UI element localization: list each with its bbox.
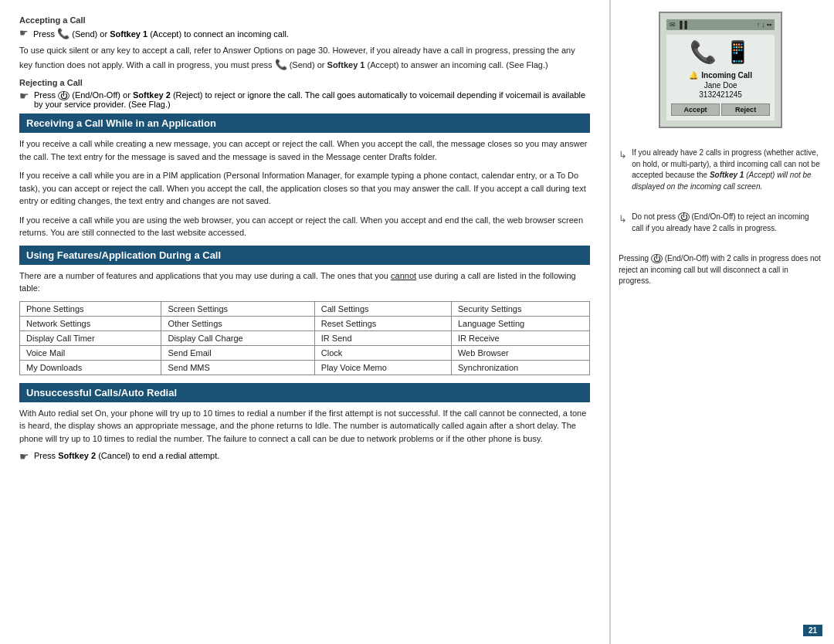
page-number: 21 bbox=[803, 625, 822, 636]
table-cell: Phone Settings bbox=[20, 301, 161, 316]
sidebar-note-3: Pressing ⏻ (End/On-Off) with 2 calls in … bbox=[619, 253, 822, 287]
signal-icon: ▐▐ bbox=[677, 21, 687, 29]
battery-icon: ▪▪ bbox=[767, 21, 771, 29]
section2-para: There are a number of features and appli… bbox=[19, 269, 590, 295]
bullet-icon-3: ☛ bbox=[19, 450, 29, 463]
section3-para1: With Auto redial set On, your phone will… bbox=[19, 407, 590, 446]
handset-right-icon: 📱 bbox=[724, 39, 751, 65]
phone-status-bar: ✉ ▐▐ ↑ ↓ ▪▪ bbox=[666, 19, 775, 30]
feature-table: Phone SettingsScreen SettingsCall Settin… bbox=[19, 301, 590, 375]
table-cell: Call Settings bbox=[314, 301, 451, 316]
section1-para1: If you receive a call while creating a n… bbox=[19, 137, 590, 163]
note2-text: Do not press ⏻ (End/On-Off) to reject an… bbox=[632, 212, 822, 234]
phone-screen-container: ✉ ▐▐ ↑ ↓ ▪▪ 📞 📱 🔔 Incoming Call bbox=[619, 12, 822, 136]
note3-text: Pressing ⏻ (End/On-Off) with 2 calls in … bbox=[619, 253, 822, 287]
table-cell: Reset Settings bbox=[314, 316, 451, 330]
accepting-bullet-row: ☛ Press 📞 (Send) or Softkey 1 (Accept) t… bbox=[19, 28, 590, 39]
rejecting-heading: Rejecting a Call bbox=[19, 78, 590, 87]
send-icon: ☛ bbox=[19, 27, 29, 39]
phone-body: 📞 📱 🔔 Incoming Call Jane Doe 3132421245 … bbox=[666, 35, 775, 120]
phone-icons-left: ✉ ▐▐ bbox=[670, 21, 687, 29]
table-cell: IR Receive bbox=[451, 330, 589, 345]
table-cell: Other Settings bbox=[161, 316, 314, 330]
table-cell: Security Settings bbox=[451, 301, 589, 316]
table-cell: Screen Settings bbox=[161, 301, 314, 316]
section1-title: Receiving a Call While in an Application bbox=[19, 114, 590, 133]
section1-para3: If you receive a call while you are usin… bbox=[19, 214, 590, 239]
accepting-heading: Accepting a Call bbox=[19, 15, 590, 25]
table-row: Phone SettingsScreen SettingsCall Settin… bbox=[20, 301, 590, 316]
note1-icon: ↳ bbox=[619, 148, 627, 163]
note2-icon: ↳ bbox=[619, 212, 627, 227]
section2-title: Using Features/Application During a Call bbox=[19, 246, 590, 265]
table-row: Display Call TimerDisplay Call ChargeIR … bbox=[20, 330, 590, 345]
table-cell: My Downloads bbox=[20, 360, 161, 375]
section3-bullet-row: ☛ Press Softkey 2 (Cancel) to end a redi… bbox=[19, 451, 590, 463]
bullet-icon: ☛ bbox=[19, 90, 29, 102]
table-cell: Voice Mail bbox=[20, 345, 161, 360]
accepting-section: Accepting a Call ☛ Press 📞 (Send) or Sof… bbox=[19, 15, 590, 72]
sidebar-note-2: ↳ Do not press ⏻ (End/On-Off) to reject … bbox=[619, 212, 822, 234]
table-cell: Clock bbox=[314, 345, 451, 360]
sidebar-note-1: ↳ If you already have 2 calls in progres… bbox=[619, 147, 822, 192]
arrow-up-icon: ↑ bbox=[757, 21, 761, 29]
table-cell: Display Call Timer bbox=[20, 330, 161, 345]
section3-bullet-text: Press Softkey 2 (Cancel) to end a redial… bbox=[34, 451, 219, 460]
main-content: Accepting a Call ☛ Press 📞 (Send) or Sof… bbox=[0, 0, 609, 644]
incoming-call-label: 🔔 Incoming Call bbox=[689, 71, 752, 80]
table-cell: Network Settings bbox=[20, 316, 161, 330]
table-cell: Display Call Charge bbox=[161, 330, 314, 345]
sidebar: ✉ ▐▐ ↑ ↓ ▪▪ 📞 📱 🔔 Incoming Call bbox=[610, 0, 834, 644]
section1: Receiving a Call While in an Application… bbox=[19, 114, 590, 239]
table-row: Network SettingsOther SettingsReset Sett… bbox=[20, 316, 590, 330]
note1-text: If you already have 2 calls in progress … bbox=[632, 147, 822, 192]
rejecting-section: Rejecting a Call ☛ Press ⏻ (End/On-Off) … bbox=[19, 78, 590, 109]
arrow-down-icon: ↓ bbox=[761, 21, 765, 29]
reject-button[interactable]: Reject bbox=[721, 103, 770, 116]
bell-icon: 🔔 bbox=[689, 71, 698, 80]
table-cell: IR Send bbox=[314, 330, 451, 345]
section3-title: Unsuccessful Calls/Auto Redial bbox=[19, 383, 590, 402]
accepting-bullet-text: Press 📞 (Send) or Softkey 1 (Accept) to … bbox=[33, 28, 289, 39]
phone-screen: ✉ ▐▐ ↑ ↓ ▪▪ 📞 📱 🔔 Incoming Call bbox=[659, 12, 782, 128]
handset-container: 📞 📱 bbox=[690, 39, 751, 65]
incoming-call-text: Incoming Call bbox=[701, 71, 752, 80]
section1-para2: If you receive a call while you are in a… bbox=[19, 169, 590, 208]
handset-left-icon: 📞 bbox=[690, 39, 717, 65]
section2: Using Features/Application During a Call… bbox=[19, 246, 590, 375]
accept-button[interactable]: Accept bbox=[671, 103, 720, 116]
rejecting-bullet-text: Press ⏻ (End/On-Off) or Softkey 2 (Rejec… bbox=[34, 90, 590, 109]
table-cell: Send Email bbox=[161, 345, 314, 360]
caller-name: Jane Doe bbox=[704, 81, 737, 90]
phone-icons-right: ↑ ↓ ▪▪ bbox=[757, 21, 771, 29]
caller-number: 3132421245 bbox=[699, 90, 742, 99]
section3: Unsuccessful Calls/Auto Redial With Auto… bbox=[19, 383, 590, 463]
table-cell: Language Setting bbox=[451, 316, 589, 330]
table-row: Voice MailSend EmailClockWeb Browser bbox=[20, 345, 590, 360]
rejecting-bullet-row: ☛ Press ⏻ (End/On-Off) or Softkey 2 (Rej… bbox=[19, 90, 590, 109]
table-cell: Web Browser bbox=[451, 345, 589, 360]
table-row: My DownloadsSend MMSPlay Voice MemoSynch… bbox=[20, 360, 590, 375]
accepting-para: To use quick silent or any key to accept… bbox=[19, 44, 590, 72]
table-cell: Synchronization bbox=[451, 360, 589, 375]
mail-icon: ✉ bbox=[670, 21, 676, 29]
table-cell: Play Voice Memo bbox=[314, 360, 451, 375]
phone-action-buttons: Accept Reject bbox=[671, 103, 770, 116]
table-cell: Send MMS bbox=[161, 360, 314, 375]
